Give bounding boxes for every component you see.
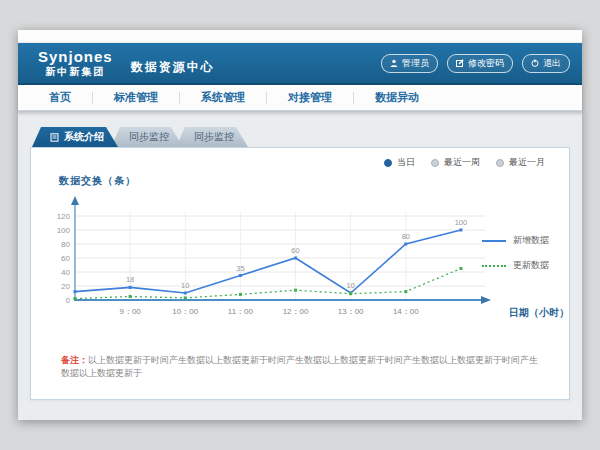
admin-user-button[interactable]: 管理员: [381, 54, 438, 73]
chart-legend: 新增数据 更新数据: [482, 234, 549, 272]
data-point: [239, 274, 242, 277]
main-nav: 首页 标准管理 系统管理 对接管理 数据异动: [18, 85, 582, 111]
y-tick-label: 100: [57, 226, 71, 235]
y-tick-label: 120: [57, 212, 71, 221]
data-point-label: 60: [291, 246, 299, 255]
tab-system-intro[interactable]: 系统介绍: [32, 127, 118, 147]
y-tick-label: 40: [61, 268, 70, 277]
data-point: [184, 292, 187, 295]
content-top-shadow: [18, 111, 582, 117]
data-point-label: 10: [181, 281, 189, 290]
logout-icon: [531, 59, 539, 67]
y-axis-arrow-icon: [71, 196, 79, 205]
y-tick-label: 0: [66, 296, 71, 305]
tab-system-intro-label: 系统介绍: [64, 127, 104, 147]
x-tick-label: 9：00: [119, 307, 141, 316]
period-filter-group: 当日 最近一周 最近一月: [384, 156, 545, 169]
radio-selected-icon: [384, 159, 392, 167]
data-point: [184, 296, 187, 299]
x-tick-label: 11：00: [228, 307, 254, 316]
page-title: 数据资源中心: [131, 59, 215, 76]
user-actions: 管理员 修改密码 退出: [381, 54, 570, 73]
x-tick-label: 13：00: [338, 307, 364, 316]
footnote-text: 以上数据更新于时间产生数据以上数据更新于时间产生数据以上数据更新于时间产生数据以…: [61, 355, 538, 378]
radio-today-label: 当日: [397, 156, 415, 169]
legend-item-updated-data: 更新数据: [482, 259, 549, 272]
logout-button[interactable]: 退出: [522, 54, 570, 73]
y-tick-label: 60: [61, 254, 70, 263]
x-axis-arrow-icon: [481, 296, 491, 304]
change-password-button[interactable]: 修改密码: [447, 54, 513, 73]
data-point-label: 80: [402, 232, 410, 241]
chart-x-axis-title: 日期（小时）: [509, 306, 569, 320]
change-password-label: 修改密码: [468, 57, 504, 70]
data-point: [129, 295, 132, 298]
data-point-label: 10: [347, 281, 355, 290]
data-point: [294, 257, 297, 260]
browser-top-strip: [18, 30, 582, 43]
line-chart-svg: 0204060801001209：0010：0011：0012：0013：001…: [45, 188, 515, 328]
chart-container: 0204060801001209：0010：0011：0012：0013：001…: [45, 188, 515, 332]
tab-sync-monitor-1[interactable]: 同步监控: [111, 127, 183, 147]
nav-item-home[interactable]: 首页: [28, 90, 92, 105]
chart-panel: 当日 最近一周 最近一月 数据交换（条） 0204060801001209：00…: [30, 147, 570, 400]
legend-item-new-data: 新增数据: [482, 234, 549, 247]
radio-last-month-label: 最近一月: [509, 156, 545, 169]
tab-bar: 系统介绍 同步监控 同步监控: [32, 127, 248, 147]
admin-user-label: 管理员: [402, 57, 429, 70]
logo-subtext: 新中新集团: [45, 67, 105, 77]
green-dotted-line-sample-icon: [482, 265, 506, 267]
radio-last-week[interactable]: 最近一周: [431, 156, 480, 169]
nav-item-standard-mgmt[interactable]: 标准管理: [93, 90, 179, 105]
radio-today[interactable]: 当日: [384, 156, 415, 169]
x-tick-label: 12：00: [283, 307, 309, 316]
document-icon: [50, 133, 59, 142]
data-point: [349, 292, 352, 295]
tab-sync-monitor-2-label: 同步监控: [194, 131, 234, 142]
tab-sync-monitor-1-label: 同步监控: [129, 131, 169, 142]
tab-sync-monitor-2[interactable]: 同步监控: [176, 127, 248, 147]
legend-new-data-label: 新增数据: [513, 234, 549, 247]
content-area: 系统介绍 同步监控 同步监控 当日 最近一周: [18, 111, 582, 420]
brand-logo: Synjones 新中新集团: [38, 49, 113, 77]
data-point: [294, 289, 297, 292]
legend-updated-data-label: 更新数据: [513, 259, 549, 272]
y-tick-label: 80: [61, 240, 70, 249]
data-point: [459, 267, 462, 270]
app-header: Synjones 新中新集团 数据资源中心 管理员 修改密码 退出: [18, 43, 582, 85]
chart-y-axis-title: 数据交换（条）: [59, 174, 136, 188]
data-point-label: 35: [236, 264, 244, 273]
data-point: [239, 293, 242, 296]
radio-last-month[interactable]: 最近一月: [496, 156, 545, 169]
blue-line-sample-icon: [482, 240, 506, 242]
radio-last-week-label: 最近一周: [444, 156, 480, 169]
data-point-label: 100: [455, 218, 468, 227]
radio-unselected-icon: [431, 159, 439, 167]
logout-label: 退出: [543, 57, 561, 70]
data-point: [129, 286, 132, 289]
data-point: [404, 290, 407, 293]
y-tick-label: 20: [61, 282, 70, 291]
data-point: [74, 290, 77, 293]
x-tick-label: 14：00: [393, 307, 419, 316]
logo-text: Synjones: [38, 49, 113, 64]
data-point: [74, 297, 77, 300]
footnote-label: 备注：: [61, 355, 88, 365]
radio-unselected-icon: [496, 159, 504, 167]
edit-icon: [456, 59, 464, 67]
footnote: 备注：以上数据更新于时间产生数据以上数据更新于时间产生数据以上数据更新于时间产生…: [61, 354, 545, 379]
nav-item-system-mgmt[interactable]: 系统管理: [180, 90, 266, 105]
data-point: [459, 229, 462, 232]
app-window: Synjones 新中新集团 数据资源中心 管理员 修改密码 退出 首页 标准管…: [18, 30, 582, 420]
nav-item-interface-mgmt[interactable]: 对接管理: [267, 90, 353, 105]
data-point: [404, 243, 407, 246]
x-tick-label: 10：00: [172, 307, 198, 316]
user-icon: [390, 59, 398, 67]
nav-item-data-change[interactable]: 数据异动: [354, 90, 440, 105]
data-point-label: 18: [126, 275, 134, 284]
